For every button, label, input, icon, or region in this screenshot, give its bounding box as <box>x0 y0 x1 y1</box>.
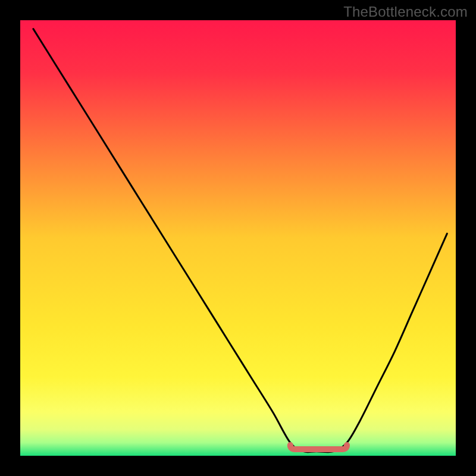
chart-area <box>20 20 456 456</box>
gradient-background <box>20 20 456 456</box>
bottleneck-chart-svg <box>20 20 456 456</box>
watermark-text: TheBottleneck.com <box>343 4 468 20</box>
